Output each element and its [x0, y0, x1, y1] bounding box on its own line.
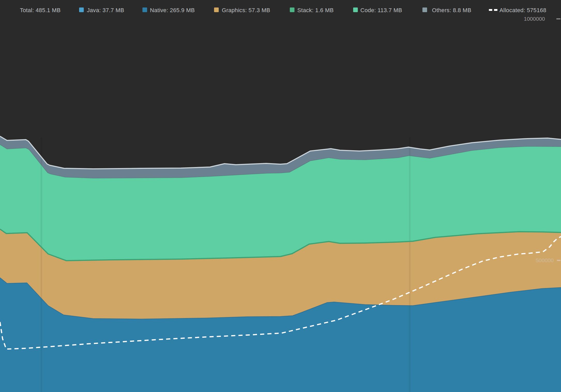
- graphics-swatch-icon: [214, 7, 219, 12]
- right-axis-tickmark-mid: [557, 260, 560, 261]
- right-axis-tick-500000: 500000: [536, 257, 554, 263]
- dashed-line-icon: [489, 9, 498, 11]
- code-swatch-icon: [353, 7, 358, 12]
- native-swatch-icon: [142, 7, 147, 12]
- right-axis-tick-1000000: 1000000: [524, 16, 545, 22]
- legend-label-java: Java: 37.7 MB: [87, 7, 124, 14]
- legend-label-others: Others: 8.8 MB: [432, 7, 471, 14]
- legend-label-graphics: Graphics: 57.3 MB: [222, 7, 270, 14]
- legend-label-code: Code: 113.7 MB: [360, 7, 402, 14]
- stack-swatch-icon: [290, 7, 294, 12]
- legend-label-total: Total: 485.1 MB: [20, 7, 60, 14]
- legend-label-native: Native: 265.9 MB: [150, 7, 195, 14]
- memory-profiler-screen: Total: 485.1 MB Java: 37.7 MB Native: 26…: [0, 0, 561, 392]
- others-swatch-icon: [422, 7, 427, 12]
- legend-label-stack: Stack: 1.6 MB: [297, 7, 334, 14]
- memory-timeline-chart[interactable]: [0, 0, 561, 392]
- legend-label-allocated: Allocated: 575168: [499, 7, 546, 14]
- java-swatch-icon: [79, 7, 84, 12]
- stacked-area-chart-canvas[interactable]: [0, 0, 561, 392]
- right-axis-tickmark-top: [556, 18, 560, 19]
- memory-legend: Total: 485.1 MB Java: 37.7 MB Native: 26…: [0, 0, 561, 20]
